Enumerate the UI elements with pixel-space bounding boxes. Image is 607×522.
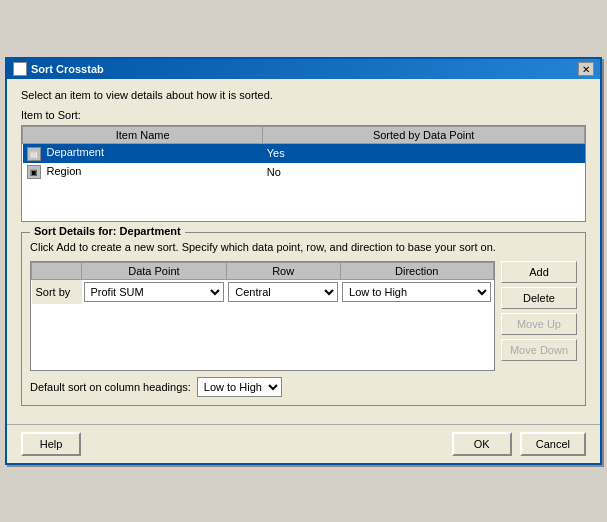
item-name-text: Department xyxy=(47,146,104,158)
bottom-bar: Help OK Cancel xyxy=(7,424,600,463)
empty-row xyxy=(23,181,585,221)
title-bar-text: ⊞ Sort Crosstab xyxy=(13,62,104,76)
col-header-direction: Direction xyxy=(340,262,493,279)
sort-details-legend: Sort Details for: Department xyxy=(30,225,185,237)
sort-description: Click Add to create a new sort. Specify … xyxy=(30,241,577,253)
ok-button[interactable]: OK xyxy=(452,432,512,456)
delete-button[interactable]: Delete xyxy=(501,287,577,309)
table-row[interactable]: ▣ Region No xyxy=(23,163,585,181)
help-button[interactable]: Help xyxy=(21,432,81,456)
region-icon: ▣ xyxy=(27,165,41,179)
sort-inner-table: Data Point Row Direction Sort by xyxy=(31,262,494,304)
table-row[interactable]: ▤ Department Yes xyxy=(23,144,585,163)
title-bar: ⊞ Sort Crosstab ✕ xyxy=(7,59,600,79)
direction-cell: Low to High High to Low xyxy=(340,279,493,304)
item-table: Item Name Sorted by Data Point ▤ Departm… xyxy=(22,126,585,220)
item-table-container: Item Name Sorted by Data Point ▤ Departm… xyxy=(21,125,586,221)
sorted-by-cell: Yes xyxy=(263,144,585,163)
item-name-cell: ▣ Region xyxy=(23,163,263,181)
default-sort-label: Default sort on column headings: xyxy=(30,381,191,393)
sort-table-container: Data Point Row Direction Sort by xyxy=(30,261,495,371)
move-up-button[interactable]: Move Up xyxy=(501,313,577,335)
direction-select[interactable]: Low to High High to Low xyxy=(342,282,491,302)
col-header-data-point: Data Point xyxy=(82,262,227,279)
row-cell: Central xyxy=(226,279,340,304)
close-button[interactable]: ✕ xyxy=(578,62,594,76)
sort-buttons: Add Delete Move Up Move Down xyxy=(501,261,577,371)
col-header-item-name: Item Name xyxy=(23,127,263,144)
dialog-content: Select an item to view details about how… xyxy=(7,79,600,423)
sort-row: Sort by Profit SUM Central xyxy=(32,279,494,304)
sort-by-label-cell: Sort by xyxy=(32,279,82,304)
bottom-action-buttons: OK Cancel xyxy=(452,432,586,456)
description-text: Select an item to view details about how… xyxy=(21,89,586,101)
dialog-window: ⊞ Sort Crosstab ✕ Select an item to view… xyxy=(5,57,602,464)
sort-table-area: Data Point Row Direction Sort by xyxy=(30,261,577,371)
col-header-empty xyxy=(32,262,82,279)
cancel-button[interactable]: Cancel xyxy=(520,432,586,456)
add-button[interactable]: Add xyxy=(501,261,577,283)
dialog-title: Sort Crosstab xyxy=(31,63,104,75)
item-name-text: Region xyxy=(47,165,82,177)
row-select[interactable]: Central xyxy=(228,282,338,302)
data-point-select[interactable]: Profit SUM xyxy=(84,282,225,302)
move-down-button[interactable]: Move Down xyxy=(501,339,577,361)
col-header-sorted-by: Sorted by Data Point xyxy=(263,127,585,144)
col-header-row: Row xyxy=(226,262,340,279)
title-bar-icon: ⊞ xyxy=(13,62,27,76)
data-point-cell: Profit SUM xyxy=(82,279,227,304)
sort-by-text: Sort by xyxy=(36,286,71,298)
sorted-by-cell: No xyxy=(263,163,585,181)
item-name-cell: ▤ Department xyxy=(23,144,263,163)
default-sort-select[interactable]: Low to High High to Low xyxy=(197,377,282,397)
default-sort-row: Default sort on column headings: Low to … xyxy=(30,377,577,397)
dept-icon: ▤ xyxy=(27,147,41,161)
sort-details-group: Sort Details for: Department Click Add t… xyxy=(21,232,586,406)
item-to-sort-label: Item to Sort: xyxy=(21,109,586,121)
